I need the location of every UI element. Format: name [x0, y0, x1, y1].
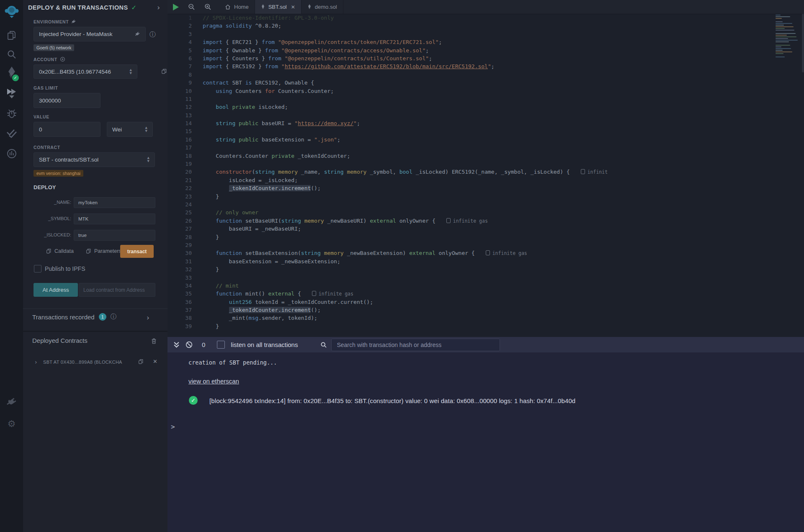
environment-select[interactable]: Injected Provider - MetaMask [34, 27, 146, 41]
gas-limit-input[interactable]: 3000000 [34, 93, 100, 108]
code-line[interactable]: 17 [168, 144, 775, 152]
code-line[interactable]: 30 function setBaseExtension(string memo… [168, 249, 775, 257]
remix-logo-icon [0, 3, 23, 19]
deployed-item-expand-icon[interactable]: › [35, 359, 37, 365]
code-line[interactable]: 29 [168, 241, 775, 249]
transact-button[interactable]: transact [120, 245, 154, 258]
minimap[interactable] [776, 15, 801, 60]
listen-all-checkbox[interactable] [217, 341, 225, 349]
code-line[interactable]: 13 [168, 111, 775, 119]
code-line[interactable]: 27 baseURI = _newBaseURI; [168, 225, 775, 233]
deploy-section-header: DEPLOY [34, 184, 56, 190]
code-line[interactable]: 32 } [168, 265, 775, 273]
code-line[interactable]: 19 [168, 160, 775, 168]
add-account-icon[interactable] [60, 57, 65, 62]
code-line[interactable]: 23 } [168, 193, 775, 200]
etherscan-link[interactable]: view on etherscan [188, 378, 239, 385]
calldata-button[interactable]: Calldata [46, 248, 74, 254]
code-line[interactable]: 10 using Counters for Counters.Counter; [168, 87, 775, 95]
code-line[interactable]: 22 _tokenIdCounter.increment(); [168, 184, 775, 192]
tab-home[interactable]: Home [219, 0, 255, 14]
code-line[interactable]: 28 } [168, 233, 775, 241]
account-stepper-icon[interactable]: ▲▼ [130, 69, 132, 75]
tab-sbt-sol[interactable]: SBT.sol ✕ [255, 0, 302, 14]
value-unit-select[interactable]: Wei ▲▼ [107, 122, 153, 137]
unit-testing-icon[interactable] [0, 128, 23, 138]
debugger-icon[interactable] [0, 108, 23, 119]
code-line[interactable]: 39 } [168, 322, 775, 330]
code-line[interactable]: 37 _tokenIdCounter.increment(); [168, 306, 775, 314]
code-line[interactable]: 15 [168, 127, 775, 135]
account-select[interactable]: 0x20E...B4f35 (10.96774546 ▲▼ [34, 64, 137, 79]
at-address-input[interactable] [79, 283, 155, 297]
deploy-run-icon[interactable] [0, 88, 23, 99]
code-line[interactable]: 12 bool private isLocked; [168, 103, 775, 111]
expand-terminal-icon[interactable] [173, 342, 180, 348]
search-icon[interactable] [0, 49, 23, 59]
code-line[interactable]: 18 Counters.Counter private _tokenIdCoun… [168, 152, 775, 160]
param-name-label: _NAME: [34, 200, 71, 205]
code-line[interactable]: 35 function mint() external {infinite ga… [168, 290, 775, 298]
solidity-compiler-icon[interactable]: ✓ [0, 66, 23, 80]
code-line[interactable]: 11 [168, 95, 775, 103]
terminal-prompt[interactable]: > [171, 423, 175, 431]
panel-chevron-icon[interactable]: › [157, 3, 160, 12]
copy-deployed-address-icon[interactable] [138, 359, 144, 365]
zoom-in-icon[interactable] [204, 3, 211, 10]
transactions-info-icon[interactable]: ⓘ [111, 313, 116, 321]
code-line[interactable]: 25 // only owner [168, 208, 775, 216]
param-name-input[interactable]: myToken [74, 197, 155, 208]
environment-info-icon[interactable]: ⓘ [149, 31, 156, 39]
editor-tabbar: Home SBT.sol ✕ demo.sol [168, 0, 804, 14]
param-islocked-label: _ISLOCKED: [34, 232, 71, 237]
code-line[interactable]: 16 string public baseExtension = ".json"… [168, 136, 775, 144]
param-symbol-input[interactable]: MTK [74, 213, 155, 224]
code-line[interactable]: 2pragma solidity ^0.8.20; [168, 22, 775, 30]
run-script-play-icon[interactable] [173, 4, 179, 10]
remove-deployed-icon[interactable]: ✕ [153, 358, 157, 365]
code-line[interactable]: 14 string public baseURI = "https://demo… [168, 119, 775, 127]
code-line[interactable]: 8 [168, 71, 775, 79]
code-lines[interactable]: 1// SPDX-License-Identifier: GPL-3.0-onl… [168, 14, 775, 337]
code-line[interactable]: 26 function setBaseURI(string memory _ne… [168, 217, 775, 225]
clear-deployed-trash-icon[interactable] [151, 338, 157, 344]
code-line[interactable]: 38 _mint(msg.sender, tokenId); [168, 314, 775, 322]
param-islocked-input[interactable]: true [74, 230, 155, 241]
code-line[interactable]: 21 isLocked = _isLocked; [168, 176, 775, 184]
clear-console-icon[interactable] [186, 341, 193, 348]
plugin-manager-icon[interactable] [0, 148, 23, 159]
file-explorer-icon[interactable] [0, 30, 23, 41]
code-line[interactable]: 4import { ERC721 } from "@openzeppelin/c… [168, 38, 775, 46]
zoom-out-icon[interactable] [188, 3, 195, 10]
contract-select[interactable]: SBT - contracts/SBT.sol ▲▼ [34, 152, 155, 167]
code-line[interactable]: 20 constructor(string memory _name, stri… [168, 168, 775, 176]
tx-summary-line[interactable]: [block:9542496 txIndex:14] from: 0x20E..… [209, 397, 575, 404]
pending-tx-count: 0 [202, 341, 205, 348]
code-line[interactable]: 9contract SBT is ERC5192, Ownable { [168, 79, 775, 87]
code-line[interactable]: 6import { Counters } from "@openzeppelin… [168, 54, 775, 62]
code-line[interactable]: 34 // mint [168, 282, 775, 290]
code-line[interactable]: 33 [168, 274, 775, 282]
code-line[interactable]: 1// SPDX-License-Identifier: GPL-3.0-onl… [168, 14, 775, 22]
close-tab-icon[interactable]: ✕ [291, 4, 295, 10]
publish-ipfs-checkbox[interactable] [34, 265, 41, 272]
settings-gear-icon[interactable]: ⚙ [0, 419, 23, 429]
code-line[interactable]: 7import { ERC5192 } from "https://github… [168, 62, 775, 70]
editor-scrollbar[interactable] [802, 14, 804, 72]
tab-demo-sol[interactable]: demo.sol [302, 0, 343, 14]
deployed-item-label[interactable]: SBT AT 0X430...899A8 (BLOCKCHA [43, 360, 122, 365]
code-line[interactable]: 36 uint256 tokenId = _tokenIdCounter.cur… [168, 298, 775, 306]
code-line[interactable]: 31 baseExtension = _newBaseExtension; [168, 257, 775, 265]
divider [23, 308, 168, 309]
code-line[interactable]: 5import { Ownable } from "@openzeppelin/… [168, 46, 775, 54]
code-line[interactable]: 3 [168, 30, 775, 38]
terminal-search-input[interactable] [331, 339, 500, 351]
transactions-chevron-icon[interactable]: › [147, 314, 149, 322]
transactions-recorded-row[interactable]: Transactions recorded 1 ⓘ [32, 313, 116, 321]
parameters-button[interactable]: Parameters [86, 248, 121, 254]
at-address-button[interactable]: At Address [34, 283, 78, 297]
code-line[interactable]: 24 [168, 200, 775, 208]
copy-account-icon[interactable] [161, 68, 167, 75]
value-input[interactable]: 0 [34, 122, 100, 137]
plug-icon[interactable] [0, 397, 23, 408]
